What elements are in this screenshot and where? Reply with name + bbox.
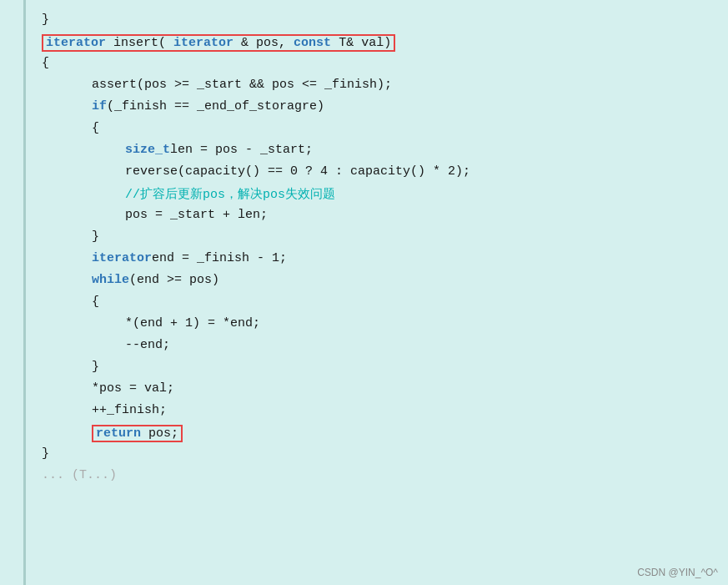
code-token: (end >= pos) [129,273,219,287]
code-line-partial: ... (T...) [0,467,728,489]
code-token-kw: const [294,36,331,50]
code-token: (_finish == _end_of_storagre) [107,99,324,113]
code-token-kw: iterator [92,251,152,265]
code-line-return: return pos; [0,424,728,446]
code-token: } [92,229,99,244]
code-token: pos; [148,426,178,441]
code-token-comment: //扩容后更新pos，解决pos失效问题 [125,186,335,202]
code-token: ++_finish; [92,403,167,417]
code-line: { [0,294,728,315]
code-token: reverse(capacity() == 0 ? 4 : capacity()… [125,164,470,179]
code-token: insert( [113,36,166,50]
code-token: } [92,360,99,374]
code-line: *(end + 1) = *end; [0,315,728,337]
code-token: } [42,446,49,461]
code-token-while: while [92,273,129,287]
code-token: { [42,56,49,70]
code-token: T& val) [339,36,391,50]
code-line: iterator end = _finish - 1; [0,250,728,272]
code-token: len = pos - _start; [170,143,313,157]
code-line: { [0,120,728,142]
code-line: } [0,359,728,381]
code-token-kw: if [92,99,107,113]
code-token: } [42,13,49,27]
code-line: reverse(capacity() == 0 ? 4 : capacity()… [0,164,728,185]
code-token: pos = _start + len; [125,208,268,222]
code-token: { [92,295,99,309]
code-token: --end; [125,338,170,352]
code-token: assert(pos >= _start && pos <= _finish); [92,78,392,92]
code-line-function-sig: iterator insert( iterator & pos, const T… [0,33,728,55]
code-line: if (_finish == _end_of_storagre) [0,98,728,120]
code-line: { [0,55,728,77]
code-token-return: return [96,426,141,441]
code-line: *pos = val; [0,381,728,402]
code-token: *(end + 1) = *end; [125,316,260,330]
code-line: assert(pos >= _start && pos <= _finish); [0,77,728,98]
code-token: end = _finish - 1; [152,251,287,265]
code-line: pos = _start + len; [0,207,728,229]
code-token: ... (T...) [42,468,117,482]
code-line: } [0,446,728,467]
code-line: } [0,12,728,33]
code-line: --end; [0,337,728,359]
code-token: { [92,121,99,135]
code-container: } iterator insert( iterator & pos, const… [0,0,728,585]
code-token-kw: iterator [173,36,233,50]
watermark: CSDN @YIN_^O^ [637,567,718,578]
code-token-kw: iterator [46,36,106,50]
code-token-kw: size_t [125,143,170,157]
code-line-comment: //扩容后更新pos，解决pos失效问题 [0,185,728,207]
code-token: & pos, [241,36,294,50]
code-line: ++_finish; [0,402,728,424]
code-line: } [0,229,728,250]
code-token: *pos = val; [92,381,174,396]
code-line: size_t len = pos - _start; [0,142,728,164]
code-line-while: while (end >= pos) [0,272,728,294]
